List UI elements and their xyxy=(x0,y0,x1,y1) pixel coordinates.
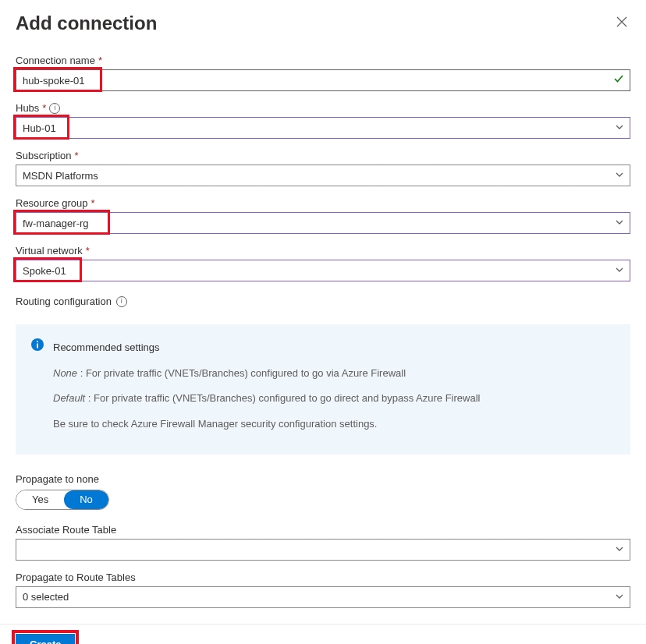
info-line-3: Be sure to check Azure Firewall Manager … xyxy=(53,415,480,434)
hubs-select[interactable]: Hub-01 xyxy=(16,117,630,139)
connection-name-label: Connection name* xyxy=(16,55,630,66)
page-title: Add connection xyxy=(16,12,157,34)
propagate-none-label: Propagate to none xyxy=(16,473,630,485)
toggle-yes[interactable]: Yes xyxy=(16,490,64,509)
hubs-label: Hubs* i xyxy=(16,102,630,114)
info-circle-icon xyxy=(31,338,44,441)
virtual-network-select[interactable]: Spoke-01 xyxy=(16,260,630,281)
propagate-none-toggle[interactable]: Yes No xyxy=(16,490,109,510)
virtual-network-label: Virtual network* xyxy=(16,245,630,257)
subscription-select[interactable]: MSDN Platforms xyxy=(16,165,630,186)
associate-route-table-label: Associate Route Table xyxy=(16,524,630,536)
info-line-2: Default : For private traffic (VNETs/Bra… xyxy=(53,389,480,409)
info-line-1: None : For private traffic (VNETs/Branch… xyxy=(53,364,480,384)
close-icon[interactable] xyxy=(613,13,630,34)
info-title: Recommended settings xyxy=(53,338,480,358)
toggle-no[interactable]: No xyxy=(64,490,108,509)
recommended-settings-info: Recommended settings None : For private … xyxy=(16,324,630,455)
create-button[interactable]: Create xyxy=(16,634,75,644)
propagate-route-tables-select[interactable]: 0 selected xyxy=(16,586,630,608)
info-icon[interactable]: i xyxy=(49,103,60,114)
associate-route-table-select[interactable] xyxy=(16,539,630,561)
info-icon[interactable]: i xyxy=(116,296,127,307)
connection-name-input[interactable] xyxy=(16,69,630,91)
subscription-label: Subscription* xyxy=(16,150,630,161)
routing-configuration-label: Routing configuration i xyxy=(16,295,630,307)
svg-rect-1 xyxy=(37,344,38,349)
resource-group-select[interactable]: fw-manager-rg xyxy=(16,212,630,234)
svg-point-2 xyxy=(37,341,38,342)
resource-group-label: Resource group* xyxy=(16,197,630,209)
propagate-route-tables-label: Propagate to Route Tables xyxy=(16,571,630,583)
